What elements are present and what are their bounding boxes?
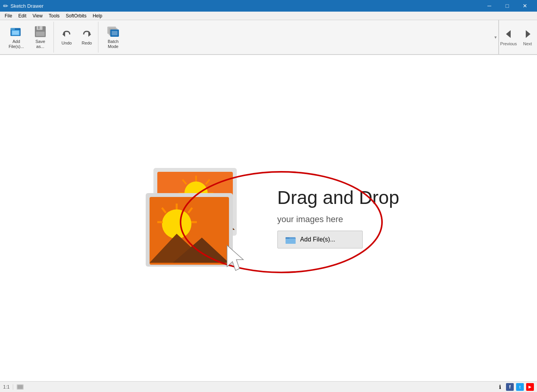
front-image bbox=[146, 187, 235, 269]
redo-toolbar-button[interactable]: Redo bbox=[77, 24, 96, 51]
facebook-icon[interactable]: f bbox=[506, 383, 514, 391]
toolbar-dropdown-arrow[interactable]: ▼ bbox=[494, 35, 497, 39]
batch-mode-label: Batch Mode bbox=[108, 39, 119, 49]
title-bar-left: ✏ Sketch Drawer bbox=[3, 2, 43, 10]
previous-icon bbox=[503, 28, 515, 40]
save-toolbar-button[interactable]: Save as... bbox=[29, 24, 52, 51]
add-files-toolbar-label: Add File(s)... bbox=[9, 39, 24, 49]
batch-mode-icon bbox=[106, 25, 120, 38]
image-stack bbox=[138, 156, 262, 280]
title-bar: ✏ Sketch Drawer ─ □ ✕ bbox=[0, 0, 537, 12]
toolbar: Add File(s)... Save as... Undo bbox=[0, 20, 537, 55]
youtube-icon[interactable]: ▶ bbox=[526, 383, 534, 391]
add-files-icon bbox=[9, 25, 23, 38]
redo-label: Redo bbox=[82, 41, 92, 45]
menu-file[interactable]: File bbox=[2, 12, 15, 19]
menu-edit[interactable]: Edit bbox=[15, 12, 29, 19]
previous-label: Previous bbox=[500, 41, 517, 46]
twitter-icon[interactable]: t bbox=[516, 383, 524, 391]
title-bar-controls: ─ □ ✕ bbox=[480, 0, 534, 12]
menu-bar: File Edit View Tools SoftOrbits Help bbox=[0, 12, 537, 20]
undo-toolbar-button[interactable]: Undo bbox=[57, 24, 76, 51]
next-label: Next bbox=[523, 41, 532, 46]
svg-rect-3 bbox=[12, 31, 19, 34]
toolbar-group-batch: Batch Mode bbox=[100, 22, 126, 53]
status-bar: 1:1 ℹ f t ▶ bbox=[0, 381, 537, 392]
close-button[interactable]: ✕ bbox=[516, 0, 534, 12]
toolbar-nav: Previous Next bbox=[498, 20, 537, 54]
toolbar-group-main: Add File(s)... Save as... bbox=[3, 22, 54, 53]
svg-rect-42 bbox=[17, 385, 23, 389]
previous-button[interactable]: Previous bbox=[499, 20, 518, 54]
zoom-level: 1:1 bbox=[3, 384, 10, 390]
redo-icon bbox=[81, 29, 92, 40]
maximize-button[interactable]: □ bbox=[498, 0, 516, 12]
status-image-icon bbox=[16, 384, 24, 390]
svg-rect-7 bbox=[36, 32, 45, 36]
undo-label: Undo bbox=[62, 41, 72, 45]
svg-marker-15 bbox=[526, 30, 530, 38]
info-icon[interactable]: ℹ bbox=[496, 383, 504, 391]
app-title: Sketch Drawer bbox=[10, 3, 43, 9]
folder-icon bbox=[286, 235, 296, 244]
svg-rect-40 bbox=[286, 239, 296, 244]
status-separator bbox=[13, 384, 13, 390]
save-icon bbox=[33, 25, 47, 38]
toolbar-group-undoredo: Undo Redo bbox=[55, 22, 98, 53]
drop-text-panel: Drag and Drop your images here Add File(… bbox=[277, 188, 399, 248]
menu-softorbits[interactable]: SoftOrbits bbox=[63, 12, 90, 19]
svg-marker-14 bbox=[506, 30, 511, 38]
next-button[interactable]: Next bbox=[518, 20, 537, 54]
add-files-toolbar-button[interactable]: Add File(s)... bbox=[5, 24, 28, 51]
next-icon bbox=[522, 28, 534, 40]
svg-rect-6 bbox=[38, 26, 40, 29]
menu-view[interactable]: View bbox=[29, 12, 46, 19]
main-area: Drag and Drop your images here Add File(… bbox=[0, 55, 537, 381]
drag-drop-title: Drag and Drop bbox=[277, 188, 399, 208]
status-right: ℹ f t ▶ bbox=[496, 383, 534, 391]
status-left: 1:1 bbox=[3, 384, 24, 390]
menu-help[interactable]: Help bbox=[90, 12, 105, 19]
svg-rect-13 bbox=[112, 31, 117, 35]
batch-mode-toolbar-button[interactable]: Batch Mode bbox=[102, 24, 125, 51]
svg-rect-1 bbox=[10, 28, 15, 30]
undo-icon bbox=[61, 29, 72, 40]
minimize-button[interactable]: ─ bbox=[480, 0, 498, 12]
app-icon: ✏ bbox=[3, 2, 8, 10]
add-files-button-label: Add File(s)... bbox=[300, 236, 336, 243]
add-files-button[interactable]: Add File(s)... bbox=[277, 231, 363, 248]
drop-zone-content: Drag and Drop your images here Add File(… bbox=[138, 156, 399, 280]
save-toolbar-label: Save as... bbox=[35, 39, 45, 49]
drag-drop-subtitle: your images here bbox=[277, 214, 399, 224]
menu-tools[interactable]: Tools bbox=[46, 12, 63, 19]
